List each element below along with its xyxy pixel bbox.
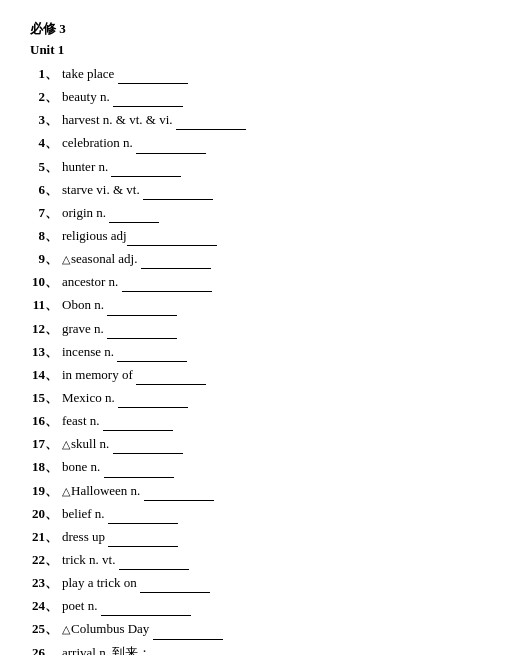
list-item: 11、Obon n. [30, 295, 476, 315]
vocabulary-list: 1、take place 2、beauty n. 3、harvest n. & … [30, 64, 476, 655]
item-number: 19、 [30, 481, 62, 501]
item-text: arrival n. 到来； [62, 645, 151, 655]
list-item: 23、play a trick on [30, 573, 476, 593]
item-number: 11、 [30, 295, 62, 315]
item-number: 13、 [30, 342, 62, 362]
list-item: 8、religious adj [30, 226, 476, 246]
item-content: dress up [62, 527, 476, 547]
item-number: 14、 [30, 365, 62, 385]
item-content: play a trick on [62, 573, 476, 593]
item-number: 15、 [30, 388, 62, 408]
item-number: 17、 [30, 434, 62, 454]
item-content: △Halloween n. [62, 481, 476, 501]
item-content: harvest n. & vt. & vi. [62, 110, 476, 130]
list-item: 10、ancestor n. [30, 272, 476, 292]
list-item: 20、belief n. [30, 504, 476, 524]
item-content: in memory of [62, 365, 476, 385]
item-number: 6、 [30, 180, 62, 200]
item-text: poet n. [62, 598, 101, 613]
item-text: origin n. [62, 205, 109, 220]
item-number: 25、 [30, 619, 62, 639]
list-item: 18、bone n. [30, 457, 476, 477]
list-item: 26、arrival n. 到来； [30, 643, 476, 655]
item-content: Obon n. [62, 295, 476, 315]
blank-underline [104, 465, 174, 478]
blank-underline [109, 210, 159, 223]
item-number: 4、 [30, 133, 62, 153]
blank-underline [119, 557, 189, 570]
item-text: celebration n. [62, 135, 136, 150]
item-text: incense n. [62, 344, 117, 359]
item-number: 3、 [30, 110, 62, 130]
item-number: 12、 [30, 319, 62, 339]
triangle-symbol: △ [62, 438, 70, 450]
list-item: 22、trick n. vt. [30, 550, 476, 570]
item-content: △skull n. [62, 434, 476, 454]
item-text: trick n. vt. [62, 552, 119, 567]
item-content: take place [62, 64, 476, 84]
item-content: origin n. [62, 203, 476, 223]
item-text: take place [62, 66, 118, 81]
blank-underline [107, 326, 177, 339]
item-number: 9、 [30, 249, 62, 269]
item-content: poet n. [62, 596, 476, 616]
item-text: harvest n. & vt. & vi. [62, 112, 176, 127]
list-item: 19、△Halloween n. [30, 481, 476, 501]
item-text: bone n. [62, 459, 104, 474]
item-content: incense n. [62, 342, 476, 362]
item-text: skull n. [71, 436, 113, 451]
item-text: seasonal adj. [71, 251, 141, 266]
list-item: 13、incense n. [30, 342, 476, 362]
blank-underline [111, 164, 181, 177]
list-item: 21、dress up [30, 527, 476, 547]
item-content: △Columbus Day [62, 619, 476, 639]
item-content: feast n. [62, 411, 476, 431]
list-item: 1、take place [30, 64, 476, 84]
list-item: 25、△Columbus Day [30, 619, 476, 639]
blank-underline [108, 534, 178, 547]
item-content: grave n. [62, 319, 476, 339]
item-content: Mexico n. [62, 388, 476, 408]
item-content: starve vi. & vt. [62, 180, 476, 200]
item-text: Halloween n. [71, 483, 144, 498]
item-number: 10、 [30, 272, 62, 292]
item-number: 26、 [30, 643, 62, 655]
blank-underline [117, 349, 187, 362]
item-content: arrival n. 到来； [62, 643, 476, 655]
item-text: ancestor n. [62, 274, 122, 289]
item-number: 5、 [30, 157, 62, 177]
blank-underline [101, 603, 191, 616]
item-content: celebration n. [62, 133, 476, 153]
item-content: trick n. vt. [62, 550, 476, 570]
blank-underline [143, 187, 213, 200]
blank-underline [176, 117, 246, 130]
item-content: △seasonal adj. [62, 249, 476, 269]
blank-underline [140, 580, 210, 593]
list-item: 3、harvest n. & vt. & vi. [30, 110, 476, 130]
list-item: 15、Mexico n. [30, 388, 476, 408]
blank-underline [108, 511, 178, 524]
item-text: grave n. [62, 321, 107, 336]
list-item: 24、poet n. [30, 596, 476, 616]
item-text: religious adj [62, 228, 127, 243]
triangle-symbol: △ [62, 253, 70, 265]
item-content: bone n. [62, 457, 476, 477]
list-item: 9、△seasonal adj. [30, 249, 476, 269]
blank-underline [141, 256, 211, 269]
blank-underline [127, 233, 217, 246]
item-content: beauty n. [62, 87, 476, 107]
item-text: dress up [62, 529, 108, 544]
triangle-symbol: △ [62, 485, 70, 497]
item-number: 20、 [30, 504, 62, 524]
blank-underline [118, 71, 188, 84]
blank-underline [113, 441, 183, 454]
blank-underline [136, 372, 206, 385]
item-number: 16、 [30, 411, 62, 431]
item-number: 1、 [30, 64, 62, 84]
blank-underline [153, 627, 223, 640]
item-number: 7、 [30, 203, 62, 223]
item-text: Mexico n. [62, 390, 118, 405]
item-text: belief n. [62, 506, 108, 521]
blank-underline [107, 303, 177, 316]
item-text: Obon n. [62, 297, 107, 312]
